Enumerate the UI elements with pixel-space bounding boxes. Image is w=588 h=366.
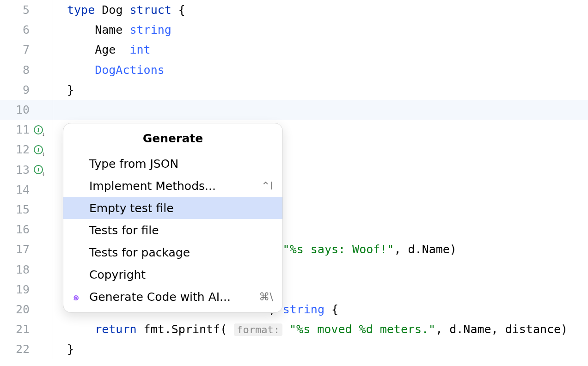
gutter-separator [53, 259, 53, 279]
gutter-icon-slot: I↓ [32, 124, 48, 136]
code-line[interactable]: 7 Age int [0, 40, 588, 60]
code-content[interactable]: DogActions [67, 63, 588, 77]
implement-interface-icon[interactable]: I↓ [32, 124, 44, 136]
code-line-current[interactable]: 10 [0, 100, 588, 120]
gutter-separator [53, 40, 53, 60]
line-number: 21 [0, 323, 32, 336]
code-content[interactable]: } [67, 342, 588, 356]
menu-item-label: Tests for package [89, 246, 273, 259]
gutter-separator [53, 220, 53, 239]
line-number: 15 [0, 203, 32, 216]
line-number: 8 [0, 63, 32, 77]
gutter-separator [53, 60, 53, 80]
menu-item-label: Copyright [89, 268, 273, 281]
code-line[interactable]: 9 } [0, 80, 588, 100]
menu-item-label: Tests for file [89, 224, 273, 237]
code-line[interactable]: 6 Name string [0, 20, 588, 40]
gutter-separator [53, 120, 53, 140]
line-number: 12 [0, 143, 32, 156]
code-content[interactable]: Name string [67, 23, 588, 37]
gutter-separator [53, 280, 53, 299]
line-number: 9 [0, 83, 32, 97]
line-number: 17 [0, 243, 32, 256]
menu-item-shortcut: ⌃I [261, 180, 273, 192]
gutter-separator [53, 80, 53, 100]
gutter-separator [53, 0, 53, 20]
gutter-separator [53, 339, 53, 359]
menu-item-copyright[interactable]: Copyright [63, 263, 282, 286]
gutter-separator [53, 299, 53, 319]
menu-item-label: Implement Methods... [89, 179, 261, 193]
implement-interface-icon[interactable]: I↓ [32, 144, 44, 156]
gutter-separator [53, 160, 53, 180]
menu-item-generate-code-ai[interactable]: ๑ Generate Code with AI... ⌘\ [63, 286, 282, 308]
gutter-separator [53, 239, 53, 259]
inlay-hint: format: [234, 323, 282, 336]
line-number: 11 [0, 123, 32, 136]
code-line[interactable]: 5 type Dog struct { [0, 0, 588, 20]
gutter-separator [53, 319, 53, 339]
popup-title: Generate [63, 125, 282, 152]
menu-item-type-from-json[interactable]: Type from JSON [63, 152, 282, 175]
code-content[interactable]: type Dog struct { [67, 3, 588, 17]
line-number: 22 [0, 342, 32, 356]
line-number: 6 [0, 23, 32, 37]
menu-item-label: Generate Code with AI... [89, 290, 259, 304]
code-content[interactable]: } [67, 83, 588, 97]
line-number: 10 [0, 103, 32, 116]
line-number: 19 [0, 283, 32, 296]
menu-item-empty-test-file[interactable]: Empty test file [63, 197, 282, 219]
code-line[interactable]: 21 return fmt.Sprintf( format: "%s moved… [0, 319, 588, 339]
menu-item-label: Type from JSON [89, 157, 273, 171]
line-number: 14 [0, 183, 32, 196]
code-content[interactable]: return fmt.Sprintf( format: "%s moved %d… [67, 323, 588, 336]
gutter-separator [53, 140, 53, 159]
menu-item-tests-for-package[interactable]: Tests for package [63, 241, 282, 263]
gutter-separator [53, 20, 53, 40]
menu-item-shortcut: ⌘\ [259, 291, 273, 303]
code-line[interactable]: 22 } [0, 339, 588, 359]
line-number: 13 [0, 163, 32, 177]
line-number: 5 [0, 3, 32, 17]
implement-interface-icon[interactable]: I↓ [32, 164, 44, 176]
menu-item-implement-methods[interactable]: Implement Methods... ⌃I [63, 175, 282, 197]
line-number: 7 [0, 43, 32, 56]
line-number: 16 [0, 223, 32, 236]
line-number: 18 [0, 263, 32, 276]
code-line[interactable]: 8 DogActions [0, 60, 588, 80]
gutter-icon-slot: I↓ [32, 164, 48, 176]
gutter-separator [53, 200, 53, 220]
gutter-separator [53, 100, 53, 120]
line-number: 20 [0, 303, 32, 316]
code-content[interactable]: Age int [67, 43, 588, 56]
gutter-icon-slot: I↓ [32, 144, 48, 156]
gutter-separator [53, 180, 53, 200]
menu-item-tests-for-file[interactable]: Tests for file [63, 219, 282, 241]
generate-popup: Generate Type from JSON Implement Method… [63, 123, 283, 313]
menu-item-label: Empty test file [89, 201, 273, 215]
spiral-icon: ๑ [73, 291, 89, 302]
